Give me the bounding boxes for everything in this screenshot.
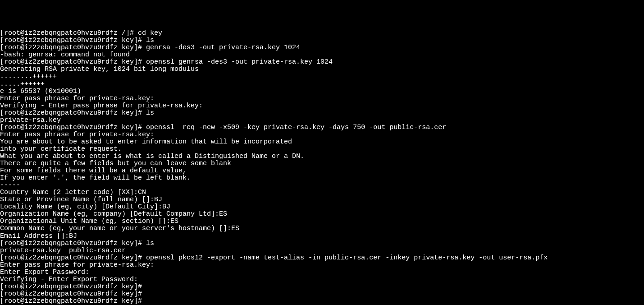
terminal-line: Country Name (2 letter code) [XX]:CN — [0, 189, 644, 196]
terminal-line: Generating RSA private key, 1024 bit lon… — [0, 66, 644, 73]
terminal-line: ........++++++ — [0, 73, 644, 80]
terminal-line: into your certificate request. — [0, 146, 644, 153]
terminal-line: [root@iz2zebqngpatc0hvzu9rdfz key]# open… — [0, 254, 644, 262]
terminal-line: [root@iz2zebqngpatc0hvzu9rdfz key]# — [0, 291, 644, 298]
terminal-line: [root@iz2zebqngpatc0hvzu9rdfz key]# ls — [0, 37, 644, 44]
terminal-line: Organizational Unit Name (eg, section) [… — [0, 218, 644, 225]
terminal-line: [root@iz2zebqngpatc0hvzu9rdfz key]# — [0, 298, 644, 305]
terminal-line: If you enter '.', the field will be left… — [0, 175, 644, 182]
terminal-line: [root@iz2zebqngpatc0hvzu9rdfz key]# ls — [0, 110, 644, 117]
terminal-line: For some fields there will be a default … — [0, 167, 644, 175]
terminal-line: .....++++++ — [0, 81, 644, 88]
terminal-line: Enter pass phrase for private-rsa.key: — [0, 262, 644, 269]
terminal-line: Verifying - Enter pass phrase for privat… — [0, 102, 644, 110]
terminal-line: [root@iz2zebqngpatc0hvzu9rdfz key]# open… — [0, 124, 644, 131]
terminal-line: [root@iz2zebqngpatc0hvzu9rdfz key]# — [0, 283, 644, 291]
terminal-line: Verifying - Enter Export Password: — [0, 276, 644, 283]
terminal-line: Common Name (eg, your name or your serve… — [0, 225, 644, 232]
terminal-line: There are quite a few fields but you can… — [0, 160, 644, 167]
terminal-line: You are about to be asked to enter infor… — [0, 139, 644, 146]
terminal-line: [root@iz2zebqngpatc0hvzu9rdfz key]# open… — [0, 59, 644, 66]
terminal-line: Organization Name (eg, company) [Default… — [0, 211, 644, 218]
terminal-line: ----- — [0, 182, 644, 189]
terminal-line: [root@iz2zebqngpatc0hvzu9rdfz /]# cd key — [0, 30, 644, 37]
terminal-line: Enter Export Password: — [0, 269, 644, 276]
terminal-line: private-rsa.key — [0, 117, 644, 124]
terminal-line: Enter pass phrase for private-rsa.key: — [0, 95, 644, 102]
terminal-line: [root@iz2zebqngpatc0hvzu9rdfz key]# ls — [0, 240, 644, 247]
terminal-output[interactable]: [root@iz2zebqngpatc0hvzu9rdfz /]# cd key… — [0, 30, 644, 305]
terminal-line: [root@iz2zebqngpatc0hvzu9rdfz key]# genr… — [0, 44, 644, 51]
terminal-line: -bash: genrsa: command not found — [0, 51, 644, 59]
terminal-line: What you are about to enter is what is c… — [0, 153, 644, 160]
terminal-line: State or Province Name (full name) []:BJ — [0, 196, 644, 203]
terminal-line: private-rsa.key public-rsa.cer — [0, 247, 644, 254]
terminal-line: e is 65537 (0x10001) — [0, 88, 644, 95]
terminal-line: Email Address []:BJ — [0, 233, 644, 240]
terminal-line: Enter pass phrase for private-rsa.key: — [0, 131, 644, 139]
terminal-line: Locality Name (eg, city) [Default City]:… — [0, 203, 644, 211]
